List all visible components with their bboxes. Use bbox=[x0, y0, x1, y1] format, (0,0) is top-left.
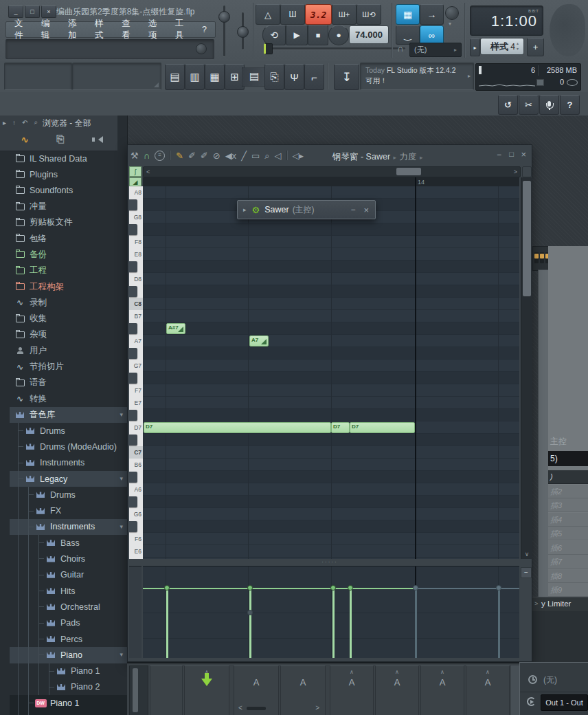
midi-note[interactable]: A7 bbox=[249, 336, 269, 346]
menu-item-选项[interactable]: 选项 bbox=[148, 18, 161, 41]
draw-pencil-icon[interactable]: ✎ bbox=[176, 151, 183, 160]
maximize-button[interactable]: □ bbox=[25, 6, 40, 18]
chevron-up-icon[interactable]: ∧ bbox=[421, 670, 464, 675]
mixer-track[interactable]: 插4 bbox=[548, 513, 588, 527]
snap-magnet-icon[interactable]: ∩ bbox=[144, 151, 150, 160]
browser-item[interactable]: IL Shared Data bbox=[10, 151, 127, 166]
pr-maximize-button[interactable]: □ bbox=[509, 150, 514, 158]
velocity-stem[interactable] bbox=[415, 589, 417, 658]
resize-corner[interactable] bbox=[154, 82, 159, 87]
browser-item[interactable]: 工程构架 bbox=[10, 278, 127, 294]
velocity-point[interactable] bbox=[330, 585, 336, 591]
browser-item[interactable]: Piano▾ bbox=[10, 647, 127, 663]
piano-key-black[interactable] bbox=[129, 261, 137, 272]
midi-note[interactable]: A#7 bbox=[166, 323, 185, 334]
bottom-column[interactable]: ∧A bbox=[375, 666, 419, 715]
velocity-stem[interactable] bbox=[166, 589, 168, 658]
browser-item[interactable]: 音色库▾ bbox=[10, 407, 127, 423]
song-pattern-toggle[interactable]: ⟲ bbox=[262, 25, 286, 45]
copy-button[interactable]: ⎘ bbox=[264, 64, 284, 90]
time-panel[interactable]: B:B:T 1:1:00 bbox=[470, 6, 543, 36]
magnet-icon[interactable]: ∩ bbox=[397, 43, 403, 54]
browser-item[interactable]: FX bbox=[10, 503, 127, 519]
timeline-ruler[interactable]: 14 bbox=[143, 177, 519, 187]
midi-note[interactable]: D7 bbox=[331, 422, 350, 433]
help-button[interactable]: ? bbox=[560, 95, 580, 115]
pr-minimize-button[interactable]: − bbox=[497, 150, 501, 160]
dropdown-arrow-icon[interactable]: ▸ bbox=[468, 73, 471, 79]
menu-item-添加[interactable]: 添加 bbox=[68, 18, 80, 41]
output-icon[interactable] bbox=[527, 697, 536, 706]
chevron-left-icon[interactable]: < bbox=[238, 704, 242, 712]
pedal-button[interactable]: ‿ bbox=[396, 25, 420, 45]
typing-keyboard-button[interactable]: ▦ bbox=[396, 4, 420, 25]
velocity-stem[interactable] bbox=[350, 589, 352, 658]
browser-item[interactable]: Drums bbox=[10, 487, 127, 503]
browser-item[interactable]: Orchestral bbox=[10, 599, 127, 615]
piano-key-black[interactable] bbox=[129, 521, 137, 532]
tool-menu-icon[interactable]: ≡ bbox=[155, 151, 165, 161]
velocity-point[interactable] bbox=[164, 585, 170, 591]
browser-item[interactable]: ∿节拍切片 bbox=[10, 359, 127, 375]
link-button[interactable]: ∞ bbox=[420, 25, 444, 45]
chevron-right-icon[interactable]: > bbox=[315, 704, 319, 712]
browser-item[interactable]: Hits bbox=[10, 583, 127, 599]
piano-key-black[interactable] bbox=[129, 286, 137, 297]
browser-item[interactable]: Bass bbox=[10, 535, 127, 551]
browser-item[interactable]: DWPiano 1 bbox=[10, 695, 127, 711]
mixer-mini-fader[interactable] bbox=[540, 252, 544, 263]
undo-icon[interactable]: ↶ bbox=[22, 119, 27, 126]
paint-drum-brush-icon[interactable]: ✐ bbox=[201, 151, 208, 160]
chevron-down-icon[interactable]: ▾ bbox=[449, 21, 451, 27]
output-selector[interactable]: Out 1 - Out bbox=[541, 694, 588, 711]
menu-item-编辑[interactable]: 编辑 bbox=[41, 18, 54, 41]
delete-tool-icon[interactable]: ⊘ bbox=[213, 151, 220, 160]
plugin-picker-button[interactable]: Ψ bbox=[284, 64, 304, 90]
note-grid[interactable]: A#7A7D7D7D7 bbox=[143, 186, 519, 559]
menu-item-工具[interactable]: 工具 bbox=[175, 18, 188, 41]
browser-item[interactable]: 备份 bbox=[10, 247, 127, 263]
green-arrow-icon[interactable] bbox=[201, 679, 212, 692]
microphone-button[interactable] bbox=[539, 95, 559, 115]
mixer-track[interactable]: 插9 bbox=[548, 583, 588, 597]
browser-item[interactable]: 包络 bbox=[10, 230, 127, 246]
browser-item[interactable]: Plugins bbox=[10, 166, 127, 182]
zoom-tool-icon[interactable]: ⌕ bbox=[264, 151, 269, 160]
chop-button[interactable]: ✂ bbox=[519, 95, 539, 115]
metronome-button[interactable]: △ bbox=[256, 4, 280, 25]
time-clock-button[interactable]: ↺ bbox=[498, 95, 518, 115]
clock-icon[interactable] bbox=[528, 675, 537, 684]
piano-key-black[interactable] bbox=[129, 434, 137, 446]
download-button[interactable]: ↧ bbox=[334, 64, 359, 90]
menu-item-样式[interactable]: 样式 bbox=[95, 18, 107, 41]
paint-brush-icon[interactable]: ✐ bbox=[188, 151, 196, 160]
mixer-selected-track[interactable]: 5) bbox=[548, 451, 588, 466]
project-info-button[interactable]: ⌐ bbox=[304, 64, 324, 90]
pr-hscrollbar[interactable]: < > bbox=[143, 166, 521, 177]
plugin-window-titlebar[interactable]: ▸ ⚙ Sawer (主控) − × bbox=[237, 200, 376, 219]
mixer-track[interactable]: 插8 bbox=[548, 569, 588, 583]
speaker-icon[interactable] bbox=[92, 136, 103, 143]
mixer-button[interactable]: ▥ bbox=[242, 67, 268, 87]
piano-keyboard[interactable]: A8G8F8E8D8C8B7A7G7F7E7D7C7B6A6G6F6E6 bbox=[129, 186, 143, 559]
bottom-column[interactable]: ∧A bbox=[420, 666, 464, 715]
browser-title[interactable]: 浏览器 - 全部 bbox=[43, 118, 91, 129]
piano-key-black[interactable] bbox=[129, 224, 137, 235]
velocity-point[interactable] bbox=[247, 585, 253, 591]
select-tool-icon[interactable]: ▭ bbox=[251, 151, 260, 160]
browser-item[interactable]: ∿录制 bbox=[10, 295, 127, 311]
browser-item[interactable]: Piano 2 bbox=[10, 679, 127, 695]
browser-item[interactable]: Guitar bbox=[10, 567, 127, 583]
browser-item[interactable]: Instruments▾ bbox=[10, 519, 127, 535]
velocity-stem[interactable] bbox=[498, 589, 500, 658]
shuffle-knob[interactable] bbox=[264, 43, 273, 54]
piano-roll-title[interactable]: 钢琴窗 - Sawer ▸ 力度 ▸ bbox=[332, 150, 422, 163]
files-icon[interactable]: ⎘ bbox=[56, 133, 64, 145]
plugin-minimize-button[interactable]: − bbox=[350, 205, 355, 214]
chevron-down-icon[interactable]: ∨ bbox=[521, 551, 532, 558]
play-button[interactable]: ▶ bbox=[286, 25, 308, 45]
waveform-icon[interactable]: ∿ bbox=[21, 134, 29, 145]
browser-item[interactable]: Piano 1 bbox=[10, 663, 127, 679]
browser-item[interactable]: Drums (ModeAudio) bbox=[10, 439, 127, 454]
playback-tool-icon[interactable]: ◁ bbox=[275, 151, 282, 160]
